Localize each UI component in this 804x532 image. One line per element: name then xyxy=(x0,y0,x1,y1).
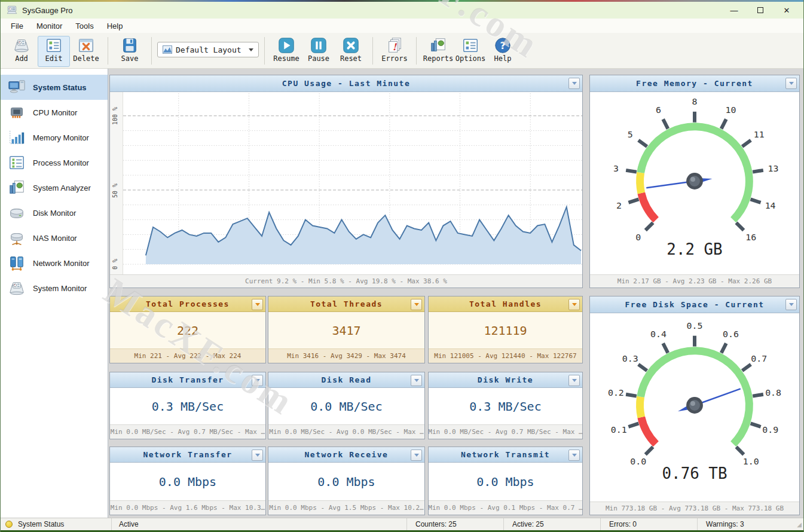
svg-text:0.2: 0.2 xyxy=(608,387,624,398)
reports-button[interactable]: Reports xyxy=(422,36,454,67)
edit-icon xyxy=(45,36,63,54)
sidebar-item-process-monitor[interactable]: Process Monitor xyxy=(1,150,108,175)
maximize-button[interactable] xyxy=(747,2,774,18)
reports-icon xyxy=(429,36,447,54)
reset-button[interactable]: Reset xyxy=(335,36,367,67)
svg-text:0.9: 0.9 xyxy=(762,424,778,435)
memory-monitor-icon xyxy=(8,129,26,146)
stat-footer: Min 0.0 MB/Sec - Avg 0.7 MB/Sec - Max … xyxy=(429,424,582,439)
stat-value: 222 xyxy=(110,312,265,348)
minimize-button[interactable]: — xyxy=(721,2,747,18)
chevron-down-icon xyxy=(572,454,577,457)
save-button[interactable]: Save xyxy=(114,36,146,67)
stat-value: 0.3 MB/Sec xyxy=(110,388,265,424)
close-button[interactable]: ✕ xyxy=(774,2,800,18)
sidebar-item-network-monitor[interactable]: Network Monitor xyxy=(1,250,108,276)
panel-menu-button[interactable] xyxy=(411,299,422,310)
sidebar-item-cpu-monitor[interactable]: CPU Monitor xyxy=(1,100,108,125)
pause-button[interactable]: Pause xyxy=(302,36,335,67)
reset-icon xyxy=(342,36,360,54)
toolbar-separator xyxy=(372,37,373,65)
edit-button[interactable]: Edit xyxy=(38,36,70,67)
memory-panel-footer: Min 2.17 GB - Avg 2.23 GB - Max 2.26 GB xyxy=(590,274,799,288)
panel-menu-button[interactable] xyxy=(785,299,797,310)
sidebar-item-system-analyzer[interactable]: System Analyzer xyxy=(1,175,108,200)
panel-menu-button[interactable] xyxy=(252,450,263,461)
stat-footer: Min 0.0 Mbps - Avg 0.1 Mbps - Max 0.7 … xyxy=(429,500,582,515)
panel-title: Total Handles xyxy=(469,299,542,308)
sidebar-item-nas-monitor[interactable]: NAS Monitor xyxy=(1,225,108,250)
layout-chart-icon xyxy=(163,45,172,54)
layout-select-value: Default Layout xyxy=(176,45,245,54)
help-button[interactable]: ? Help xyxy=(487,36,519,67)
svg-text:0.7: 0.7 xyxy=(751,353,767,364)
disk-read-panel: Disk Read 0.0 MB/Sec Min 0.0 MB/Sec - Av… xyxy=(268,372,425,439)
errors-icon: ! xyxy=(386,36,403,54)
layout-select[interactable]: Default Layout xyxy=(157,42,259,57)
stat-footer: Min 3416 - Avg 3429 - Max 3474 xyxy=(268,348,424,363)
free-disk-space-gauge: 0.00.10.20.30.40.50.60.70.80.91.00.76 TB xyxy=(590,313,799,502)
sidebar-item-system-monitor[interactable]: System Monitor xyxy=(1,276,108,301)
stat-value: 0.0 Mbps xyxy=(110,463,265,500)
cpu-usage-panel: CPU Usage - Last Minute 100 % 50 % 0 % C… xyxy=(109,75,583,288)
status-bar: System Status Active Counters: 25 Active… xyxy=(1,518,803,530)
chevron-down-icon xyxy=(255,454,260,457)
panel-menu-button[interactable] xyxy=(785,78,797,89)
chevron-down-icon xyxy=(414,303,419,306)
toolbar: Add Edit Delete Save xyxy=(1,33,803,69)
resize-grip[interactable]: ◢ xyxy=(794,521,803,528)
svg-text:0.4: 0.4 xyxy=(650,329,667,340)
disk-panel-header: Free Disk Space - Current xyxy=(590,296,799,313)
svg-text:14: 14 xyxy=(765,200,776,211)
network-monitor-icon xyxy=(8,254,26,272)
svg-text:0.5: 0.5 xyxy=(687,320,703,331)
panel-menu-button[interactable] xyxy=(411,375,422,386)
y-axis-label-50: 50 % xyxy=(112,177,120,204)
status-monitor-section: System Status xyxy=(1,518,112,530)
chevron-down-icon xyxy=(572,379,577,382)
resume-button[interactable]: Resume xyxy=(270,36,302,67)
chevron-down-icon xyxy=(572,82,577,85)
stat-footer: Min 0.0 Mbps - Avg 1.5 Mbps - Max 10.2… xyxy=(268,500,424,515)
svg-text:3: 3 xyxy=(613,163,619,174)
network-transmit-panel: Network Transmit 0.0 Mbps Min 0.0 Mbps -… xyxy=(428,447,583,515)
panel-menu-button[interactable] xyxy=(252,375,263,386)
toolbar-separator xyxy=(151,37,152,65)
stat-footer: Min 0.0 MB/Sec - Avg 0.7 MB/Sec - Max … xyxy=(110,424,265,439)
add-button[interactable]: Add xyxy=(5,36,38,67)
svg-text:11: 11 xyxy=(754,129,765,140)
errors-button[interactable]: ! Errors xyxy=(378,36,411,67)
panel-menu-button[interactable] xyxy=(568,78,580,89)
delete-icon xyxy=(77,36,95,54)
toolbar-separator xyxy=(108,37,108,65)
menu-help[interactable]: Help xyxy=(100,20,130,32)
panel-menu-button[interactable] xyxy=(411,450,422,461)
menu-tools[interactable]: Tools xyxy=(69,20,100,32)
panel-menu-button[interactable] xyxy=(568,299,580,310)
stat-value: 0.0 MB/Sec xyxy=(268,388,424,424)
menu-monitor[interactable]: Monitor xyxy=(30,20,69,32)
panel-menu-button[interactable] xyxy=(568,375,580,386)
free-disk-space-panel: Free Disk Space - Current 0.00.10.20.30.… xyxy=(589,296,800,515)
title-bar: SysGauge Pro — ✕ xyxy=(1,2,803,19)
toolbar-separator xyxy=(416,37,417,65)
panel-menu-button[interactable] xyxy=(252,299,263,310)
sidebar-item-memory-monitor[interactable]: Memory Monitor xyxy=(1,125,108,150)
panel-menu-button[interactable] xyxy=(568,450,580,461)
system-status-icon xyxy=(8,78,26,96)
status-monitor-label: System Status xyxy=(18,520,64,528)
sidebar-item-system-status[interactable]: System Status xyxy=(1,75,108,100)
delete-button[interactable]: Delete xyxy=(70,36,102,67)
sidebar-item-disk-monitor[interactable]: Disk Monitor xyxy=(1,200,108,225)
panel-title: Disk Read xyxy=(322,375,372,384)
svg-text:0.3: 0.3 xyxy=(622,353,638,364)
pause-icon xyxy=(310,36,328,54)
svg-text:0: 0 xyxy=(635,232,641,243)
network-transfer-panel: Network Transfer 0.0 Mbps Min 0.0 Mbps -… xyxy=(109,447,266,515)
process-monitor-icon xyxy=(8,154,26,172)
cpu-chart-area: 100 % 50 % 0 % xyxy=(110,92,582,274)
save-icon xyxy=(121,36,139,54)
menu-file[interactable]: File xyxy=(4,20,30,32)
status-dot-icon xyxy=(5,521,13,528)
options-button[interactable]: Options xyxy=(454,36,487,67)
